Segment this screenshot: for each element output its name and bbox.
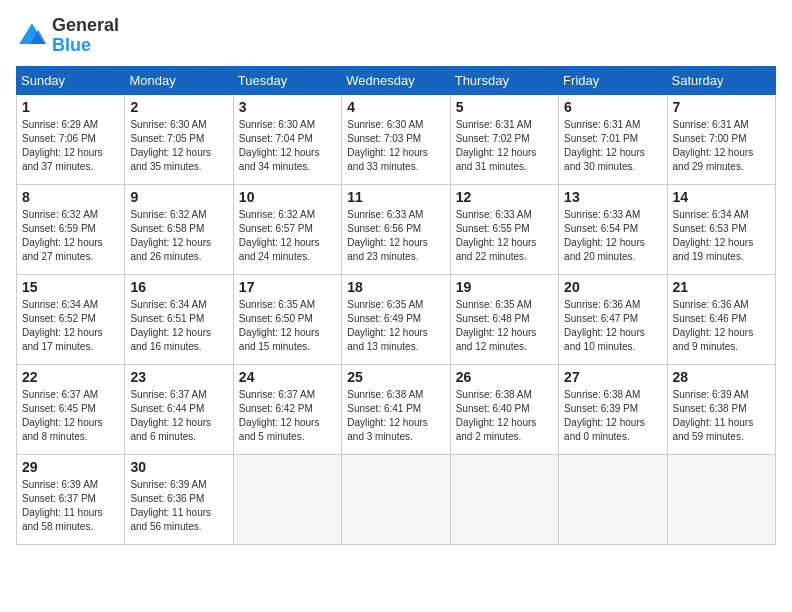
weekday-header-wednesday: Wednesday — [342, 66, 450, 94]
calendar-cell: 9Sunrise: 6:32 AMSunset: 6:58 PMDaylight… — [125, 184, 233, 274]
day-number: 23 — [130, 369, 227, 385]
day-info: Sunrise: 6:31 AMSunset: 7:00 PMDaylight:… — [673, 118, 770, 174]
day-number: 1 — [22, 99, 119, 115]
calendar-cell: 28Sunrise: 6:39 AMSunset: 6:38 PMDayligh… — [667, 364, 775, 454]
day-number: 5 — [456, 99, 553, 115]
calendar-cell: 20Sunrise: 6:36 AMSunset: 6:47 PMDayligh… — [559, 274, 667, 364]
day-number: 18 — [347, 279, 444, 295]
calendar-cell: 4Sunrise: 6:30 AMSunset: 7:03 PMDaylight… — [342, 94, 450, 184]
day-number: 13 — [564, 189, 661, 205]
calendar-cell: 25Sunrise: 6:38 AMSunset: 6:41 PMDayligh… — [342, 364, 450, 454]
day-info: Sunrise: 6:34 AMSunset: 6:51 PMDaylight:… — [130, 298, 227, 354]
calendar-cell: 1Sunrise: 6:29 AMSunset: 7:06 PMDaylight… — [17, 94, 125, 184]
day-number: 17 — [239, 279, 336, 295]
day-number: 26 — [456, 369, 553, 385]
calendar-cell: 16Sunrise: 6:34 AMSunset: 6:51 PMDayligh… — [125, 274, 233, 364]
calendar-cell — [450, 454, 558, 544]
calendar-cell: 23Sunrise: 6:37 AMSunset: 6:44 PMDayligh… — [125, 364, 233, 454]
logo-text: GeneralBlue — [52, 16, 119, 56]
calendar-cell — [559, 454, 667, 544]
page-header: GeneralBlue — [16, 16, 776, 56]
calendar-cell: 13Sunrise: 6:33 AMSunset: 6:54 PMDayligh… — [559, 184, 667, 274]
day-number: 20 — [564, 279, 661, 295]
day-number: 12 — [456, 189, 553, 205]
day-number: 30 — [130, 459, 227, 475]
calendar-cell: 10Sunrise: 6:32 AMSunset: 6:57 PMDayligh… — [233, 184, 341, 274]
day-info: Sunrise: 6:35 AMSunset: 6:50 PMDaylight:… — [239, 298, 336, 354]
day-number: 19 — [456, 279, 553, 295]
day-info: Sunrise: 6:33 AMSunset: 6:54 PMDaylight:… — [564, 208, 661, 264]
calendar-cell: 3Sunrise: 6:30 AMSunset: 7:04 PMDaylight… — [233, 94, 341, 184]
calendar-cell: 8Sunrise: 6:32 AMSunset: 6:59 PMDaylight… — [17, 184, 125, 274]
weekday-header-thursday: Thursday — [450, 66, 558, 94]
day-info: Sunrise: 6:38 AMSunset: 6:41 PMDaylight:… — [347, 388, 444, 444]
day-info: Sunrise: 6:32 AMSunset: 6:58 PMDaylight:… — [130, 208, 227, 264]
day-number: 25 — [347, 369, 444, 385]
day-number: 3 — [239, 99, 336, 115]
day-number: 22 — [22, 369, 119, 385]
day-info: Sunrise: 6:36 AMSunset: 6:47 PMDaylight:… — [564, 298, 661, 354]
calendar-week-row: 29Sunrise: 6:39 AMSunset: 6:37 PMDayligh… — [17, 454, 776, 544]
day-number: 29 — [22, 459, 119, 475]
weekday-header-sunday: Sunday — [17, 66, 125, 94]
calendar-cell: 12Sunrise: 6:33 AMSunset: 6:55 PMDayligh… — [450, 184, 558, 274]
calendar-header-row: SundayMondayTuesdayWednesdayThursdayFrid… — [17, 66, 776, 94]
day-info: Sunrise: 6:37 AMSunset: 6:44 PMDaylight:… — [130, 388, 227, 444]
calendar-cell: 5Sunrise: 6:31 AMSunset: 7:02 PMDaylight… — [450, 94, 558, 184]
day-number: 9 — [130, 189, 227, 205]
calendar-cell: 18Sunrise: 6:35 AMSunset: 6:49 PMDayligh… — [342, 274, 450, 364]
day-info: Sunrise: 6:35 AMSunset: 6:48 PMDaylight:… — [456, 298, 553, 354]
day-number: 8 — [22, 189, 119, 205]
calendar-cell: 22Sunrise: 6:37 AMSunset: 6:45 PMDayligh… — [17, 364, 125, 454]
calendar-cell — [342, 454, 450, 544]
day-info: Sunrise: 6:32 AMSunset: 6:57 PMDaylight:… — [239, 208, 336, 264]
day-info: Sunrise: 6:31 AMSunset: 7:02 PMDaylight:… — [456, 118, 553, 174]
day-number: 10 — [239, 189, 336, 205]
day-info: Sunrise: 6:39 AMSunset: 6:37 PMDaylight:… — [22, 478, 119, 534]
calendar-cell — [233, 454, 341, 544]
day-info: Sunrise: 6:33 AMSunset: 6:56 PMDaylight:… — [347, 208, 444, 264]
day-info: Sunrise: 6:38 AMSunset: 6:40 PMDaylight:… — [456, 388, 553, 444]
calendar-cell: 29Sunrise: 6:39 AMSunset: 6:37 PMDayligh… — [17, 454, 125, 544]
calendar-cell: 30Sunrise: 6:39 AMSunset: 6:36 PMDayligh… — [125, 454, 233, 544]
day-info: Sunrise: 6:30 AMSunset: 7:05 PMDaylight:… — [130, 118, 227, 174]
day-number: 21 — [673, 279, 770, 295]
calendar-cell: 21Sunrise: 6:36 AMSunset: 6:46 PMDayligh… — [667, 274, 775, 364]
calendar-cell: 7Sunrise: 6:31 AMSunset: 7:00 PMDaylight… — [667, 94, 775, 184]
calendar-cell: 6Sunrise: 6:31 AMSunset: 7:01 PMDaylight… — [559, 94, 667, 184]
calendar-table: SundayMondayTuesdayWednesdayThursdayFrid… — [16, 66, 776, 545]
day-info: Sunrise: 6:37 AMSunset: 6:45 PMDaylight:… — [22, 388, 119, 444]
weekday-header-tuesday: Tuesday — [233, 66, 341, 94]
day-number: 14 — [673, 189, 770, 205]
day-number: 27 — [564, 369, 661, 385]
day-number: 24 — [239, 369, 336, 385]
day-info: Sunrise: 6:35 AMSunset: 6:49 PMDaylight:… — [347, 298, 444, 354]
calendar-week-row: 8Sunrise: 6:32 AMSunset: 6:59 PMDaylight… — [17, 184, 776, 274]
day-number: 2 — [130, 99, 227, 115]
day-info: Sunrise: 6:30 AMSunset: 7:03 PMDaylight:… — [347, 118, 444, 174]
day-number: 16 — [130, 279, 227, 295]
logo: GeneralBlue — [16, 16, 119, 56]
calendar-cell: 26Sunrise: 6:38 AMSunset: 6:40 PMDayligh… — [450, 364, 558, 454]
day-number: 4 — [347, 99, 444, 115]
weekday-header-monday: Monday — [125, 66, 233, 94]
calendar-cell: 24Sunrise: 6:37 AMSunset: 6:42 PMDayligh… — [233, 364, 341, 454]
day-number: 11 — [347, 189, 444, 205]
day-number: 6 — [564, 99, 661, 115]
day-info: Sunrise: 6:34 AMSunset: 6:53 PMDaylight:… — [673, 208, 770, 264]
day-number: 15 — [22, 279, 119, 295]
day-info: Sunrise: 6:34 AMSunset: 6:52 PMDaylight:… — [22, 298, 119, 354]
logo-icon — [16, 20, 48, 52]
calendar-cell: 27Sunrise: 6:38 AMSunset: 6:39 PMDayligh… — [559, 364, 667, 454]
day-info: Sunrise: 6:31 AMSunset: 7:01 PMDaylight:… — [564, 118, 661, 174]
calendar-cell: 14Sunrise: 6:34 AMSunset: 6:53 PMDayligh… — [667, 184, 775, 274]
day-info: Sunrise: 6:30 AMSunset: 7:04 PMDaylight:… — [239, 118, 336, 174]
calendar-week-row: 1Sunrise: 6:29 AMSunset: 7:06 PMDaylight… — [17, 94, 776, 184]
day-info: Sunrise: 6:29 AMSunset: 7:06 PMDaylight:… — [22, 118, 119, 174]
day-info: Sunrise: 6:39 AMSunset: 6:38 PMDaylight:… — [673, 388, 770, 444]
calendar-cell: 15Sunrise: 6:34 AMSunset: 6:52 PMDayligh… — [17, 274, 125, 364]
day-info: Sunrise: 6:39 AMSunset: 6:36 PMDaylight:… — [130, 478, 227, 534]
calendar-cell — [667, 454, 775, 544]
day-info: Sunrise: 6:37 AMSunset: 6:42 PMDaylight:… — [239, 388, 336, 444]
day-info: Sunrise: 6:38 AMSunset: 6:39 PMDaylight:… — [564, 388, 661, 444]
